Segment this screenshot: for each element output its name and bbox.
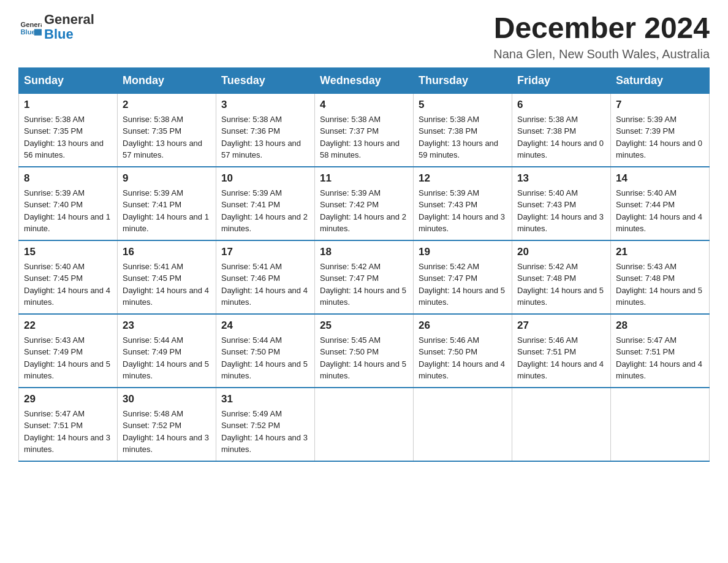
- day-number: 14: [616, 172, 704, 185]
- logo-icon: General Blue: [18, 15, 42, 39]
- logo-text: General Blue: [44, 12, 94, 42]
- calendar-cell: 19 Sunrise: 5:42 AM Sunset: 7:47 PM Dayl…: [414, 240, 512, 314]
- calendar-cell: 18 Sunrise: 5:42 AM Sunset: 7:47 PM Dayl…: [315, 240, 414, 314]
- day-info: Sunrise: 5:41 AM Sunset: 7:46 PM Dayligh…: [221, 261, 309, 308]
- day-info: Sunrise: 5:38 AM Sunset: 7:35 PM Dayligh…: [24, 113, 112, 161]
- location: Nana Glen, New South Wales, Australia: [493, 47, 710, 61]
- calendar-cell: 24 Sunrise: 5:44 AM Sunset: 7:50 PM Dayl…: [216, 314, 315, 388]
- day-number: 7: [616, 99, 704, 111]
- day-number: 31: [221, 393, 309, 405]
- calendar-cell: 22 Sunrise: 5:43 AM Sunset: 7:49 PM Dayl…: [19, 314, 118, 388]
- calendar-table: SundayMondayTuesdayWednesdayThursdayFrid…: [18, 67, 710, 462]
- calendar-cell: 23 Sunrise: 5:44 AM Sunset: 7:49 PM Dayl…: [118, 314, 216, 388]
- calendar-header-row: SundayMondayTuesdayWednesdayThursdayFrid…: [19, 67, 710, 93]
- day-number: 19: [419, 246, 507, 258]
- day-info: Sunrise: 5:46 AM Sunset: 7:51 PM Dayligh…: [517, 334, 605, 382]
- day-info: Sunrise: 5:47 AM Sunset: 7:51 PM Dayligh…: [24, 408, 112, 456]
- day-number: 6: [517, 99, 605, 111]
- calendar-cell: 26 Sunrise: 5:46 AM Sunset: 7:50 PM Dayl…: [414, 314, 512, 388]
- day-info: Sunrise: 5:42 AM Sunset: 7:47 PM Dayligh…: [419, 261, 507, 308]
- svg-text:Blue: Blue: [20, 28, 35, 36]
- day-header-friday: Friday: [512, 67, 611, 93]
- day-number: 15: [24, 246, 112, 258]
- day-info: Sunrise: 5:38 AM Sunset: 7:38 PM Dayligh…: [419, 113, 507, 161]
- calendar-cell: 31 Sunrise: 5:49 AM Sunset: 7:52 PM Dayl…: [216, 388, 315, 461]
- day-info: Sunrise: 5:38 AM Sunset: 7:35 PM Dayligh…: [123, 113, 211, 161]
- svg-text:General: General: [20, 21, 42, 28]
- calendar-cell: 5 Sunrise: 5:38 AM Sunset: 7:38 PM Dayli…: [414, 93, 512, 167]
- calendar-cell: [512, 388, 611, 461]
- calendar-cell: 11 Sunrise: 5:39 AM Sunset: 7:42 PM Dayl…: [315, 167, 414, 240]
- day-info: Sunrise: 5:40 AM Sunset: 7:43 PM Dayligh…: [517, 187, 605, 235]
- calendar-cell: 13 Sunrise: 5:40 AM Sunset: 7:43 PM Dayl…: [512, 167, 611, 240]
- day-info: Sunrise: 5:42 AM Sunset: 7:48 PM Dayligh…: [517, 261, 605, 308]
- calendar-cell: 12 Sunrise: 5:39 AM Sunset: 7:43 PM Dayl…: [414, 167, 512, 240]
- day-number: 13: [517, 172, 605, 185]
- day-number: 24: [221, 320, 309, 332]
- day-info: Sunrise: 5:41 AM Sunset: 7:45 PM Dayligh…: [123, 261, 211, 308]
- day-number: 18: [320, 246, 408, 258]
- day-info: Sunrise: 5:39 AM Sunset: 7:42 PM Dayligh…: [320, 187, 408, 235]
- day-number: 3: [221, 99, 309, 111]
- day-header-thursday: Thursday: [414, 67, 512, 93]
- day-number: 2: [123, 99, 211, 111]
- day-info: Sunrise: 5:39 AM Sunset: 7:43 PM Dayligh…: [419, 187, 507, 235]
- calendar-week-row: 1 Sunrise: 5:38 AM Sunset: 7:35 PM Dayli…: [19, 93, 710, 167]
- day-number: 28: [616, 320, 704, 332]
- logo: General Blue General Blue: [18, 12, 94, 42]
- day-number: 30: [123, 393, 211, 405]
- calendar-week-row: 29 Sunrise: 5:47 AM Sunset: 7:51 PM Dayl…: [19, 388, 710, 461]
- day-info: Sunrise: 5:43 AM Sunset: 7:48 PM Dayligh…: [616, 261, 704, 308]
- calendar-cell: 8 Sunrise: 5:39 AM Sunset: 7:40 PM Dayli…: [19, 167, 118, 240]
- day-info: Sunrise: 5:39 AM Sunset: 7:39 PM Dayligh…: [616, 113, 704, 161]
- day-number: 16: [123, 246, 211, 258]
- day-number: 9: [123, 172, 211, 185]
- day-header-saturday: Saturday: [611, 67, 710, 93]
- page-header: General Blue General Blue December 2024 …: [18, 12, 710, 61]
- day-header-tuesday: Tuesday: [216, 67, 315, 93]
- day-info: Sunrise: 5:38 AM Sunset: 7:37 PM Dayligh…: [320, 113, 408, 161]
- day-info: Sunrise: 5:38 AM Sunset: 7:38 PM Dayligh…: [517, 113, 605, 161]
- day-header-monday: Monday: [118, 67, 216, 93]
- day-info: Sunrise: 5:39 AM Sunset: 7:41 PM Dayligh…: [221, 187, 309, 235]
- day-number: 20: [517, 246, 605, 258]
- day-info: Sunrise: 5:42 AM Sunset: 7:47 PM Dayligh…: [320, 261, 408, 308]
- calendar-cell: 20 Sunrise: 5:42 AM Sunset: 7:48 PM Dayl…: [512, 240, 611, 314]
- day-info: Sunrise: 5:45 AM Sunset: 7:50 PM Dayligh…: [320, 334, 408, 382]
- day-info: Sunrise: 5:48 AM Sunset: 7:52 PM Dayligh…: [123, 408, 211, 456]
- calendar-cell: 7 Sunrise: 5:39 AM Sunset: 7:39 PM Dayli…: [611, 93, 710, 167]
- calendar-cell: 9 Sunrise: 5:39 AM Sunset: 7:41 PM Dayli…: [118, 167, 216, 240]
- calendar-cell: [315, 388, 414, 461]
- calendar-cell: 28 Sunrise: 5:47 AM Sunset: 7:51 PM Dayl…: [611, 314, 710, 388]
- day-info: Sunrise: 5:39 AM Sunset: 7:41 PM Dayligh…: [123, 187, 211, 235]
- day-number: 12: [419, 172, 507, 185]
- day-number: 26: [419, 320, 507, 332]
- calendar-cell: 29 Sunrise: 5:47 AM Sunset: 7:51 PM Dayl…: [19, 388, 118, 461]
- calendar-cell: 1 Sunrise: 5:38 AM Sunset: 7:35 PM Dayli…: [19, 93, 118, 167]
- calendar-cell: [414, 388, 512, 461]
- day-number: 10: [221, 172, 309, 185]
- calendar-cell: 4 Sunrise: 5:38 AM Sunset: 7:37 PM Dayli…: [315, 93, 414, 167]
- day-header-wednesday: Wednesday: [315, 67, 414, 93]
- day-info: Sunrise: 5:43 AM Sunset: 7:49 PM Dayligh…: [24, 334, 112, 382]
- calendar-cell: 6 Sunrise: 5:38 AM Sunset: 7:38 PM Dayli…: [512, 93, 611, 167]
- day-info: Sunrise: 5:39 AM Sunset: 7:40 PM Dayligh…: [24, 187, 112, 235]
- calendar-cell: 2 Sunrise: 5:38 AM Sunset: 7:35 PM Dayli…: [118, 93, 216, 167]
- calendar-cell: 17 Sunrise: 5:41 AM Sunset: 7:46 PM Dayl…: [216, 240, 315, 314]
- calendar-cell: 16 Sunrise: 5:41 AM Sunset: 7:45 PM Dayl…: [118, 240, 216, 314]
- day-header-sunday: Sunday: [19, 67, 118, 93]
- calendar-week-row: 22 Sunrise: 5:43 AM Sunset: 7:49 PM Dayl…: [19, 314, 710, 388]
- day-number: 27: [517, 320, 605, 332]
- day-number: 29: [24, 393, 112, 405]
- day-info: Sunrise: 5:44 AM Sunset: 7:50 PM Dayligh…: [221, 334, 309, 382]
- day-number: 23: [123, 320, 211, 332]
- month-title: December 2024: [493, 12, 710, 45]
- calendar-cell: 27 Sunrise: 5:46 AM Sunset: 7:51 PM Dayl…: [512, 314, 611, 388]
- day-info: Sunrise: 5:47 AM Sunset: 7:51 PM Dayligh…: [616, 334, 704, 382]
- calendar-week-row: 8 Sunrise: 5:39 AM Sunset: 7:40 PM Dayli…: [19, 167, 710, 240]
- day-info: Sunrise: 5:40 AM Sunset: 7:45 PM Dayligh…: [24, 261, 112, 308]
- calendar-cell: 3 Sunrise: 5:38 AM Sunset: 7:36 PM Dayli…: [216, 93, 315, 167]
- day-info: Sunrise: 5:49 AM Sunset: 7:52 PM Dayligh…: [221, 408, 309, 456]
- day-info: Sunrise: 5:40 AM Sunset: 7:44 PM Dayligh…: [616, 187, 704, 235]
- calendar-week-row: 15 Sunrise: 5:40 AM Sunset: 7:45 PM Dayl…: [19, 240, 710, 314]
